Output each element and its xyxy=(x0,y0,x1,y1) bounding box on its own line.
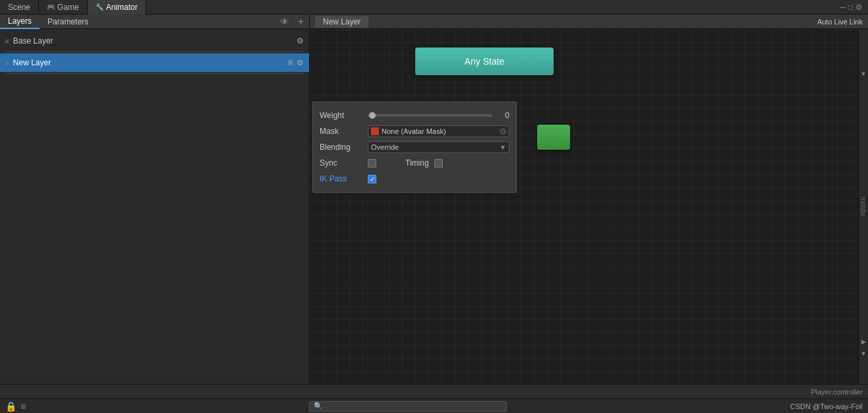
layer-icons-base: ⚙ xyxy=(297,36,304,46)
search-box[interactable]: 🔍 xyxy=(309,401,507,412)
gear-icon-new[interactable]: ⚙ xyxy=(297,58,304,67)
weight-value: 0 xyxy=(368,111,509,120)
sync-row: Sync Timing xyxy=(313,155,516,171)
timing-checkbox-container xyxy=(434,159,443,168)
very-bottom-bar: 🔒 ≡ 🔍 CSDN @Two-way-Foil xyxy=(0,398,868,413)
ik-pass-label: IK Pass xyxy=(320,174,362,183)
animator-new-layer-tab[interactable]: New Layer xyxy=(315,16,368,28)
drag-handle-base: ≡ xyxy=(5,38,9,45)
right-panel: New Layer Auto Live Link Any State Weigh… xyxy=(310,15,868,384)
panel-tab-bar: Layers Parameters 👁 + xyxy=(0,15,309,29)
mask-asset-icon xyxy=(371,127,379,135)
tab-game[interactable]: 🎮 Game xyxy=(39,0,88,15)
add-layer-icon[interactable]: + xyxy=(298,16,304,28)
animator-icon: 🔧 xyxy=(96,3,103,11)
layer-icons-new: IK ⚙ xyxy=(288,58,304,67)
blending-dropdown[interactable]: Override ▼ xyxy=(368,141,509,153)
left-panel: Layers Parameters 👁 + ≡ Base Layer ⚙ ≡ N… xyxy=(0,15,310,384)
ik-pass-checkbox[interactable]: ✓ xyxy=(368,175,376,183)
game-label: Game xyxy=(57,3,79,12)
list-icon[interactable]: ≡ xyxy=(20,401,26,412)
timing-checkbox[interactable] xyxy=(434,159,443,168)
tab-parameters[interactable]: Parameters xyxy=(40,15,96,29)
search-icon: 🔍 xyxy=(314,402,323,410)
blending-label: Blending xyxy=(320,143,362,152)
tab-animator[interactable]: 🔧 Animator xyxy=(88,0,146,15)
blending-text: Override xyxy=(371,143,399,151)
weight-slider-container: 0 xyxy=(368,111,509,120)
drag-handle-new: ≡ xyxy=(5,59,9,67)
weight-number: 0 xyxy=(496,111,509,120)
scroll-arrow-down-2[interactable]: ▶ xyxy=(861,336,866,346)
any-state-node[interactable]: Any State xyxy=(415,48,554,75)
ik-badge: IK xyxy=(288,59,294,67)
gear-icon-base[interactable]: ⚙ xyxy=(297,36,304,46)
main-layout: Layers Parameters 👁 + ≡ Base Layer ⚙ ≡ N… xyxy=(0,15,868,384)
layer-name-new: New Layer xyxy=(13,58,288,67)
tab-scene[interactable]: Scene xyxy=(0,0,39,15)
middle-label: middle xyxy=(859,197,868,216)
layer-separator xyxy=(5,51,304,52)
minimize-icon[interactable]: ─ xyxy=(840,3,846,12)
tab-layers[interactable]: Layers xyxy=(0,15,40,29)
layer-settings-popup: Weight 0 Mask xyxy=(312,102,517,193)
grid-canvas[interactable]: Any State Weight 0 xyxy=(310,29,868,384)
csdn-label: CSDN @Two-way-Foil xyxy=(790,402,863,410)
weight-slider-thumb[interactable] xyxy=(369,112,376,119)
parameters-label: Parameters xyxy=(47,17,88,26)
green-state-node[interactable] xyxy=(537,125,570,150)
mask-row: Mask None (Avatar Mask) ⊙ xyxy=(313,123,516,139)
maximize-icon[interactable]: □ xyxy=(848,3,853,12)
lock-icon[interactable]: 🔒 xyxy=(5,401,16,412)
sync-checkbox-container xyxy=(368,159,376,168)
controller-label: Player.controller xyxy=(811,388,863,396)
animator-tab-label: New Layer xyxy=(323,17,361,26)
scroll-arrow-down-1[interactable]: ▼ xyxy=(861,69,867,78)
auto-live-link-button[interactable]: Auto Live Link xyxy=(817,18,863,26)
mask-label: Mask xyxy=(320,127,362,136)
animator-toolbar: New Layer Auto Live Link xyxy=(310,15,868,29)
mask-field[interactable]: None (Avatar Mask) ⊙ xyxy=(368,125,509,137)
sync-checkbox[interactable] xyxy=(368,159,376,168)
layer-name-base: Base Layer xyxy=(13,36,297,46)
mask-select-icon[interactable]: ⊙ xyxy=(500,127,506,136)
visibility-icon[interactable]: 👁 xyxy=(280,16,289,27)
timing-label: Timing xyxy=(405,158,429,168)
scene-label: Scene xyxy=(8,3,30,12)
layer-item-new[interactable]: ≡ New Layer IK ⚙ xyxy=(0,53,309,72)
mask-value: None (Avatar Mask) ⊙ xyxy=(368,125,509,137)
top-tab-bar: Scene 🎮 Game 🔧 Animator ─ □ ⚙ xyxy=(0,0,868,15)
layer-separator-2 xyxy=(5,73,304,74)
mask-text: None (Avatar Mask) xyxy=(382,127,497,135)
layer-item-base[interactable]: ≡ Base Layer ⚙ xyxy=(0,32,309,50)
sync-value: Timing xyxy=(368,158,509,168)
sync-label: Sync xyxy=(320,158,362,168)
dropdown-arrow-icon: ▼ xyxy=(500,144,506,151)
game-icon: 🎮 xyxy=(47,3,55,11)
scroll-arrow-down-3[interactable]: ▼ xyxy=(861,348,867,358)
bottom-icons: 🔒 ≡ xyxy=(5,401,26,412)
weight-row: Weight 0 xyxy=(313,108,516,123)
bottom-status-bar: Player.controller xyxy=(0,384,868,398)
any-state-label: Any State xyxy=(465,56,505,67)
weight-slider[interactable] xyxy=(368,114,492,117)
blending-value: Override ▼ xyxy=(368,141,509,153)
ik-pass-value: ✓ xyxy=(368,175,509,183)
right-scrollbar: ▼ middle ▶ ▼ xyxy=(858,29,868,384)
ik-pass-row: IK Pass ✓ xyxy=(313,171,516,187)
weight-label: Weight xyxy=(320,111,362,120)
layers-label: Layers xyxy=(8,16,32,26)
settings-icon[interactable]: ⚙ xyxy=(855,3,863,12)
blending-row: Blending Override ▼ xyxy=(313,139,516,155)
layers-list: ≡ Base Layer ⚙ ≡ New Layer IK ⚙ xyxy=(0,29,309,384)
animator-label: Animator xyxy=(106,3,138,12)
